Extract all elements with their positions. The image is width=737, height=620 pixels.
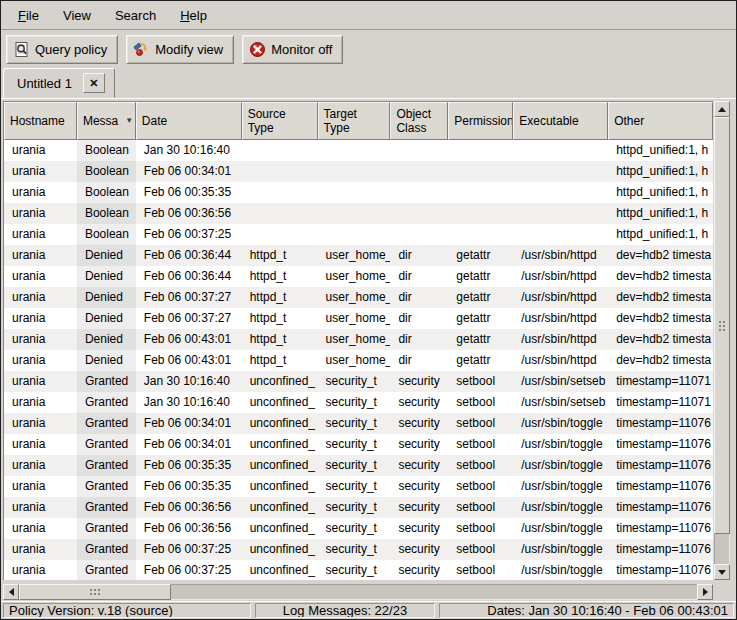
menu-view[interactable]: View: [51, 3, 103, 28]
table-cell: security_t: [318, 413, 391, 434]
table-cell: Granted: [77, 560, 136, 580]
query-policy-button[interactable]: Query policy: [6, 35, 118, 64]
log-view: HostnameMessa▼DateSourceTypeTargetTypeOb…: [1, 98, 736, 601]
table-cell: /usr/sbin/httpd: [513, 329, 608, 350]
scroll-up-button[interactable]: [714, 101, 730, 117]
table-cell: [448, 182, 513, 203]
app-window: FileViewSearchHelp Query policy: [0, 0, 737, 620]
column-header-permission[interactable]: Permission: [448, 102, 513, 140]
table-cell: Feb 06 00:35:35: [136, 455, 242, 476]
scroll-right-button[interactable]: [697, 584, 713, 600]
table-row[interactable]: uraniaGrantedFeb 06 00:36:56unconfined_s…: [4, 518, 713, 539]
monitor-off-button[interactable]: Monitor off: [242, 35, 343, 64]
table-cell: [513, 224, 608, 245]
table-cell: Feb 06 00:37:25: [136, 539, 242, 560]
tab-close-button[interactable]: ✕: [83, 73, 105, 93]
table-row[interactable]: uraniaGrantedFeb 06 00:35:35unconfined_s…: [4, 476, 713, 497]
table-cell: urania: [4, 140, 77, 161]
modify-view-button[interactable]: Modify view: [126, 35, 234, 64]
table-cell: setbool: [448, 455, 513, 476]
column-header-hostname[interactable]: Hostname: [4, 102, 77, 140]
table-cell: timestamp=11076: [608, 434, 713, 455]
table-cell: Boolean: [77, 203, 136, 224]
table-row[interactable]: uraniaDeniedFeb 06 00:37:27httpd_tuser_h…: [4, 287, 713, 308]
table-cell: [242, 182, 318, 203]
table-cell: [318, 140, 391, 161]
table-cell: security: [390, 518, 448, 539]
vertical-scrollbar[interactable]: [714, 101, 730, 580]
table-cell: dev=hdb2 timesta: [608, 308, 713, 329]
table-row[interactable]: uraniaGrantedJan 30 10:16:40unconfined_s…: [4, 371, 713, 392]
table-row[interactable]: uraniaBooleanFeb 06 00:36:56httpd_unifie…: [4, 203, 713, 224]
menu-help[interactable]: Help: [168, 3, 219, 28]
tab-bar: Untitled 1 ✕: [1, 67, 736, 98]
menu-file[interactable]: File: [6, 3, 51, 28]
column-header-messa[interactable]: Messa▼: [77, 102, 136, 140]
column-header-source-type[interactable]: SourceType: [242, 102, 318, 140]
table-cell: setbool: [448, 392, 513, 413]
tab-untitled-1[interactable]: Untitled 1 ✕: [3, 68, 115, 98]
column-header-executable[interactable]: Executable: [513, 102, 608, 140]
column-header-target-type[interactable]: TargetType: [318, 102, 391, 140]
table-header: HostnameMessa▼DateSourceTypeTargetTypeOb…: [4, 102, 713, 140]
table-cell: Boolean: [77, 140, 136, 161]
table-cell: getattr: [448, 329, 513, 350]
table-cell: Jan 30 10:16:40: [136, 140, 242, 161]
scroll-down-button[interactable]: [714, 564, 730, 580]
table-row[interactable]: uraniaGrantedFeb 06 00:36:56unconfined_s…: [4, 497, 713, 518]
table-cell: Denied: [77, 308, 136, 329]
query-policy-label: Query policy: [35, 42, 107, 57]
table-row[interactable]: uraniaBooleanFeb 06 00:37:25httpd_unifie…: [4, 224, 713, 245]
table-row[interactable]: uraniaBooleanFeb 06 00:34:01httpd_unifie…: [4, 161, 713, 182]
table-cell: timestamp=11076: [608, 497, 713, 518]
vertical-scrollbar-thumb[interactable]: [714, 117, 730, 534]
table-cell: security: [390, 434, 448, 455]
scrollbar-grip-icon: [90, 589, 100, 595]
table-cell: Feb 06 00:34:01: [136, 434, 242, 455]
modify-view-icon: [133, 41, 150, 58]
table-cell: urania: [4, 350, 77, 371]
table-cell: dev=hdb2 timesta: [608, 329, 713, 350]
menu-search[interactable]: Search: [103, 3, 168, 28]
table-cell: httpd_unified:1, h: [608, 224, 713, 245]
table-row[interactable]: uraniaGrantedFeb 06 00:37:25unconfined_s…: [4, 539, 713, 560]
table-cell: Denied: [77, 287, 136, 308]
table-row[interactable]: uraniaBooleanFeb 06 00:35:35httpd_unifie…: [4, 182, 713, 203]
table-cell: user_home_: [318, 308, 391, 329]
scroll-left-button[interactable]: [3, 584, 19, 600]
horizontal-scrollbar-thumb[interactable]: [19, 584, 171, 600]
table-row[interactable]: uraniaDeniedFeb 06 00:36:44httpd_tuser_h…: [4, 245, 713, 266]
table-cell: Feb 06 00:34:01: [136, 413, 242, 434]
table-row[interactable]: uraniaDeniedFeb 06 00:43:01httpd_tuser_h…: [4, 329, 713, 350]
table-cell: /usr/sbin/httpd: [513, 287, 608, 308]
table-row[interactable]: uraniaGrantedFeb 06 00:35:35unconfined_s…: [4, 455, 713, 476]
scroll-left-icon: [9, 588, 14, 596]
table-row[interactable]: uraniaDeniedFeb 06 00:43:01httpd_tuser_h…: [4, 350, 713, 371]
table-row[interactable]: uraniaGrantedFeb 06 00:34:01unconfined_s…: [4, 413, 713, 434]
table-cell: unconfined_: [242, 560, 318, 580]
table-cell: setbool: [448, 560, 513, 580]
column-header-date[interactable]: Date: [136, 102, 242, 140]
table-cell: setbool: [448, 413, 513, 434]
horizontal-scrollbar[interactable]: [3, 584, 713, 600]
table-cell: Feb 06 00:35:35: [136, 182, 242, 203]
table-cell: /usr/sbin/toggle: [513, 518, 608, 539]
table-cell: timestamp=11076: [608, 539, 713, 560]
table-cell: security_t: [318, 434, 391, 455]
table-row[interactable]: uraniaDeniedFeb 06 00:36:44httpd_tuser_h…: [4, 266, 713, 287]
table-cell: security: [390, 497, 448, 518]
table-row[interactable]: uraniaBooleanJan 30 10:16:40httpd_unifie…: [4, 140, 713, 161]
table-cell: /usr/sbin/httpd: [513, 350, 608, 371]
table-cell: dir: [390, 329, 448, 350]
table-row[interactable]: uraniaGrantedFeb 06 00:34:01unconfined_s…: [4, 434, 713, 455]
table-cell: timestamp=11076: [608, 413, 713, 434]
table-cell: /usr/sbin/toggle: [513, 539, 608, 560]
table-cell: Granted: [77, 413, 136, 434]
table-row[interactable]: uraniaGrantedFeb 06 00:37:25unconfined_s…: [4, 560, 713, 580]
close-icon: ✕: [89, 77, 98, 90]
table-cell: /usr/sbin/toggle: [513, 413, 608, 434]
column-header-other[interactable]: Other: [608, 102, 713, 140]
table-row[interactable]: uraniaGrantedJan 30 10:16:40unconfined_s…: [4, 392, 713, 413]
table-row[interactable]: uraniaDeniedFeb 06 00:37:27httpd_tuser_h…: [4, 308, 713, 329]
column-header-object-class[interactable]: ObjectClass: [390, 102, 448, 140]
